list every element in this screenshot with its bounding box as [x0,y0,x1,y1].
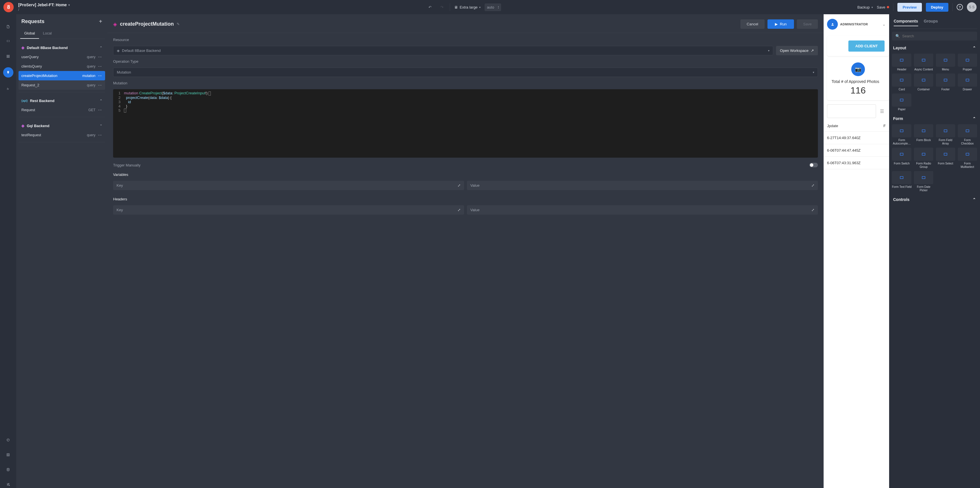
save-indicator[interactable]: Save [877,5,889,10]
component-icon [936,73,955,87]
play-icon: ▶ [775,22,778,26]
component-item[interactable]: Footer [936,73,956,91]
nav-theme-icon[interactable] [5,436,12,443]
component-item[interactable]: Form Switch [892,148,912,169]
component-item[interactable]: Form Multiselect [958,148,977,169]
component-item[interactable]: Paper [892,94,912,111]
tab-components[interactable]: Components [894,19,918,26]
request-item[interactable]: userQueryquery⋮ [19,52,105,62]
nav-requests-icon[interactable] [3,67,13,78]
request-item[interactable]: Request_2query⋮ [19,80,105,90]
request-item[interactable]: createProjectMutationmutation⋮ [19,71,105,80]
section-layout-toggle[interactable]: Layout ⌃ [892,43,977,53]
request-item[interactable]: RequestGET⋮ [19,105,105,115]
svg-rect-19 [966,79,969,81]
filter-input[interactable] [827,104,876,118]
nav-pages-icon[interactable] [5,23,12,30]
tab-local[interactable]: Local [39,28,56,39]
app-logo[interactable]: 8 [3,2,14,12]
component-item[interactable]: Form Select [936,148,956,169]
table-row[interactable]: 6-27T14:49:37.640Z [824,132,889,144]
more-icon[interactable]: ⋮ [98,64,102,68]
undo-button[interactable]: ↶ [426,3,434,11]
expand-icon[interactable]: ⤢ [811,208,815,212]
component-item[interactable]: Container [914,73,934,91]
user-avatar[interactable]: S S [967,2,977,12]
project-title[interactable]: [ProServ] Jebel-FT: Home ▾ [18,3,70,7]
backend-header[interactable]: ◈Gql Backend⌃ [19,121,105,130]
tab-global[interactable]: Global [20,28,39,39]
table-row[interactable]: 6-06T07:44:47.445Z [824,144,889,157]
request-item[interactable]: clientsQueryquery⋮ [19,62,105,71]
deploy-button[interactable]: Deploy [926,3,948,12]
section-controls-toggle[interactable]: Controls ⌃ [892,195,977,204]
svg-rect-22 [922,130,925,132]
variable-value-input[interactable]: Value⤢ [467,181,818,190]
expand-icon[interactable]: ⤢ [458,208,461,212]
component-item[interactable]: Header [892,54,912,71]
more-icon[interactable]: ⋮ [98,74,102,78]
component-item[interactable]: Drawer [958,73,977,91]
backup-dropdown[interactable]: Backup ▾ [857,5,873,10]
backend-header[interactable]: {api}Rest Backend⌃ [19,96,105,105]
code-editor[interactable]: 1mutation CreateProject($data: ProjectCr… [113,89,818,158]
variable-key-input[interactable]: Key⤢ [113,181,464,190]
component-item[interactable]: Form Checkbox [958,124,977,145]
table-header-f[interactable]: F [883,124,886,128]
component-icon [892,124,912,137]
component-item[interactable]: Form Block [914,124,934,145]
add-request-button[interactable]: + [99,18,102,25]
more-icon[interactable]: ⋮ [98,55,102,59]
edit-name-button[interactable]: ✎ [177,22,180,26]
resource-select[interactable]: ◈ Default 8Base Backend ▾ [113,46,773,55]
run-button[interactable]: ▶ Run [767,19,794,29]
table-header-update[interactable]: Jpdate [827,124,838,128]
chevron-down-icon[interactable]: ⌄ [882,22,886,27]
header-key-input[interactable]: Key⤢ [113,205,464,215]
open-workspace-button[interactable]: Open Workspace ↗ [776,46,818,55]
header-value-input[interactable]: Value⤢ [467,205,818,215]
preview-role-label: ADMINISTRATOR [840,22,868,26]
component-search[interactable]: 🔍 [892,32,977,40]
help-button[interactable]: ? [957,4,963,10]
expand-icon[interactable]: ⤢ [811,183,815,188]
component-item[interactable]: Form Autocomple… [892,124,912,145]
preview-button[interactable]: Preview [897,3,921,12]
chevron-down-icon: ▾ [768,49,770,52]
monitor-icon: 🖥 [454,5,458,10]
filter-icon[interactable]: ☰ [878,107,886,116]
search-input[interactable] [902,34,974,38]
component-item[interactable]: Async Content [914,54,934,71]
component-item[interactable]: Card [892,73,912,91]
tab-groups[interactable]: Groups [924,19,938,26]
viewport-selector[interactable]: 🖥 Extra large ▾ [454,5,480,10]
component-item[interactable]: Form Text Field [892,171,912,192]
table-row[interactable]: 6-06T07:43:31.963Z [824,157,889,169]
nav-components-icon[interactable] [5,53,12,60]
nav-state-icon[interactable] [5,38,12,45]
breadcrumb: / [18,8,70,12]
component-item[interactable]: Popper [958,54,977,71]
nav-settings-icon[interactable] [5,481,12,488]
nav-assets-icon[interactable] [5,451,12,458]
nav-functions-icon[interactable]: fx [5,85,12,92]
width-input[interactable]: auto ▴▾ [485,3,501,11]
component-item[interactable]: Form Date Picker [914,171,934,192]
component-item[interactable]: Menu [936,54,956,71]
nav-data-icon[interactable] [5,466,12,473]
component-item[interactable]: Form Radio Group [914,148,934,169]
resource-label: Resource [113,38,818,42]
add-client-button[interactable]: ADD CLIENT [848,40,885,52]
more-icon[interactable]: ⋮ [98,108,102,112]
backend-header[interactable]: ◈Default 8Base Backend⌃ [19,43,105,52]
expand-icon[interactable]: ⤢ [458,183,461,188]
component-item[interactable]: Form Field Array [936,124,956,145]
preview-user-avatar[interactable] [827,19,838,30]
more-icon[interactable]: ⋮ [98,133,102,137]
section-form-toggle[interactable]: Form ⌃ [892,114,977,123]
operation-type-select[interactable]: Mutation ▾ [113,67,818,77]
trigger-manually-toggle[interactable] [809,163,818,167]
request-item[interactable]: testRequestquery⋮ [19,130,105,140]
more-icon[interactable]: ⋮ [98,83,102,87]
cancel-button[interactable]: Cancel [740,19,764,29]
